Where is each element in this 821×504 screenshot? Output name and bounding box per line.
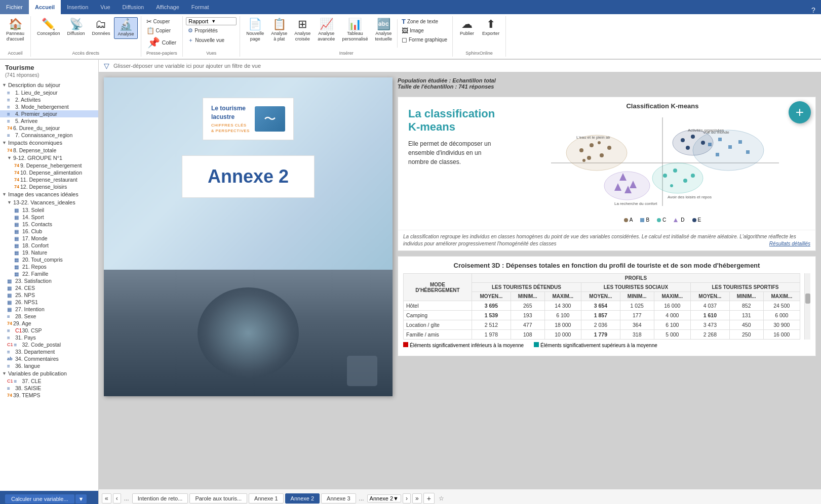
sidebar-section-impacts-header[interactable]: ▼ Impacts économiques [0,139,98,147]
sidebar-item-satisfaction[interactable]: ▦23. Satisfaction [0,277,98,284]
sidebar-item-arrivee[interactable]: ≡5. Arrivee [0,117,98,124]
fab-button[interactable]: + [789,101,811,123]
ribbon-sphinx-items: ☁ Publier ⬆ Exporter [456,17,502,50]
sidebar-subsection-groupe[interactable]: ▼ 9-12. GROUPE N°1 [0,154,98,162]
sidebar-section-image-header[interactable]: ▼ Image des vacances idéales [0,190,98,198]
sidebar-item-dep-heb[interactable]: 749. Depense_hebergement [0,162,98,169]
sidebar-item-premier-sejour[interactable]: ≡4. Premier_sejour [0,110,98,117]
tab-vue[interactable]: Vue [94,0,116,14]
sidebar-item-tout-compris[interactable]: ▦20. Tout_compris [0,256,98,263]
sidebar-item-repos[interactable]: ▦21. Repos [0,263,98,270]
couper-button[interactable]: ✂ Couper [144,17,180,26]
sidebar-label: 23. Satisfaction [15,278,52,284]
copier-button[interactable]: 📋 Copier [144,26,180,35]
nav-first-button[interactable]: « [102,493,111,503]
calculer-variable-button[interactable]: Calculer une variable... [5,494,74,503]
sidebar-item-club[interactable]: ▦16. Club [0,228,98,235]
vues-dropdown[interactable]: Rapport ▼ [186,17,237,25]
td-val: 14 300 [544,301,581,311]
star-page-button[interactable]: ☆ [436,494,447,503]
sidebar-subsection-vacances[interactable]: ▼ 13-22. Vacances_ideales [0,198,98,206]
analyse-avancee-button[interactable]: 📈 Analyseavancée [315,17,338,44]
sidebar-item-pays[interactable]: ≡31. Pays [0,334,98,341]
sidebar-item-nps[interactable]: ▦25. NPS [0,291,98,299]
sidebar-item-langue[interactable]: ≡36. langue [0,362,98,369]
tab-fichier[interactable]: Fichier [0,0,29,14]
forme-graphique-button[interactable]: ◻ Forme graphique [400,35,449,44]
donnees-button[interactable]: 🗂 Données [89,17,113,38]
tab-parole[interactable]: Parole aux touris... [189,493,247,503]
conception-button[interactable]: ✏️ Conception [34,17,63,38]
sidebar-item-dep-alim[interactable]: 7410. Depense_alimentation [0,169,98,176]
analyse-croisee-button[interactable]: ⊞ Analysecroisée [291,17,314,44]
sidebar-item-csp[interactable]: ≡C1 30. CSP [0,327,98,334]
sidebar-item-age[interactable]: 7429. Age [0,320,98,327]
sidebar-item-famille[interactable]: ▦22. Famille [0,270,98,277]
sidebar-item-duree[interactable]: 746. Duree_du_sejour [0,124,98,132]
help-button[interactable]: ? [806,6,821,14]
sidebar-item-dep-loisirs[interactable]: 7412. Depense_loisirs [0,183,98,190]
nouvelle-vue-button[interactable]: ＋ Nouvelle vue [186,36,226,45]
sidebar-item-mode-heb[interactable]: ≡3. Mode_hebergement [0,103,98,110]
exporter-button[interactable]: ⬆ Exporter [479,17,502,38]
add-page-button[interactable]: + [423,493,435,504]
sidebar-item-activites[interactable]: ≡2. Activites [0,96,98,103]
sidebar-item-saisie[interactable]: ≡38. SAISIE [0,385,98,392]
tab-intention[interactable]: Intention de reto... [132,493,188,503]
scrollbar-thumb[interactable] [805,293,810,304]
sidebar-item-confort[interactable]: ▦18. Confort [0,242,98,249]
tab-affichage[interactable]: Affichage [150,0,185,14]
tab-annexe2[interactable]: Annexe 2 [285,493,320,503]
nav-last-button[interactable]: » [412,493,422,503]
tab-diffusion[interactable]: Diffusion [116,0,150,14]
page-dropdown[interactable]: Annexe 2 ▼ [367,494,401,502]
nav-prev-button[interactable]: ‹ [113,493,121,503]
resultats-detailles-link[interactable]: Résultats détaillés [769,240,810,247]
sidebar-item-cle[interactable]: C1≡37. CLE [0,377,98,385]
sidebar-item-code-postal[interactable]: C1≡32. Code_postal [0,341,98,348]
sidebar-item-sport[interactable]: ▦14. Sport [0,214,98,221]
sidebar-item-ces[interactable]: ▦24. CES [0,284,98,291]
analyse-textuelle-button[interactable]: 🔤 Analysetextuelle [372,17,395,44]
image-button[interactable]: 🖼 Image [400,26,449,35]
sidebar-item-commentaires[interactable]: ab34. Commentaires [0,355,98,362]
sidebar-item-temps[interactable]: 7439. TEMPS [0,392,98,399]
sidebar-item-monde[interactable]: ▦17. Monde [0,235,98,242]
tab-format[interactable]: Format [185,0,215,14]
content-area: ▽ Glisser-déposer une variable ici pour … [99,60,821,504]
analyse-plat-button[interactable]: 📋 Analyseà plat [268,17,290,44]
tableau-personnalise-button[interactable]: 📊 Tableaupersonnalisé [339,17,371,44]
tab-accueil[interactable]: Accueil [29,0,61,14]
sidebar-label: 25. NPS [15,292,35,298]
sidebar-item-nature[interactable]: ▦19. Nature [0,249,98,256]
sidebar-section-pub-header[interactable]: ▼ Variables de publication [0,369,98,377]
proprietes-button[interactable]: ⚙ Propriétés [186,27,220,34]
sidebar-item-soleil[interactable]: ▦13. Soleil [0,206,98,214]
sidebar-item-contacts[interactable]: ▦15. Contacts [0,221,98,228]
sidebar-item-lieu[interactable]: ≡1. Lieu_de_sejour [0,89,98,96]
tab-annexe1[interactable]: Annexe 1 [249,493,283,503]
sidebar-item-sexe[interactable]: ≡28. Sexe [0,313,98,320]
sidebar-item-intention[interactable]: ▦27. Intention [0,306,98,313]
zone-texte-button[interactable]: T Zone de texte [400,17,449,26]
sidebar-item-departement[interactable]: ≡33. Departement [0,348,98,355]
calculer-dropdown-button[interactable]: ▼ [75,494,87,503]
sidebar-item-dep-rest[interactable]: 7411. Depense_restaurant [0,176,98,183]
sidebar-section-description-header[interactable]: ▼ Description du séjour [0,81,98,89]
nav-next-button[interactable]: › [403,493,411,503]
legend-dot-b [640,218,644,222]
analyse-button[interactable]: 🔬 Analyse [114,17,137,39]
sidebar-label: 6. Duree_du_sejour [13,125,60,131]
tab-annexe3[interactable]: Annexe 3 [321,493,356,503]
sidebar-item-connaissance[interactable]: ≡7. Connaissance_region [0,132,98,139]
nouvelle-page-button[interactable]: 📄 Nouvellepage [243,17,267,44]
coller-button[interactable]: 📌 Coller [144,35,180,50]
sidebar-item-nps1[interactable]: ▦26. NPS1 [0,299,98,306]
sidebar-label: 34. Commentaires [15,356,59,362]
sidebar-item-depense-totale[interactable]: 748. Depense_totale [0,147,98,154]
diffusion-button[interactable]: 📡 Diffusion [64,17,88,38]
panneau-accueil-button[interactable]: 🏠 Panneaud'accueil [3,17,27,44]
publier-button[interactable]: ☁ Publier [456,17,478,38]
tab-insertion[interactable]: Insertion [61,0,94,14]
vues-dropdown-arrow: ▼ [211,19,234,24]
